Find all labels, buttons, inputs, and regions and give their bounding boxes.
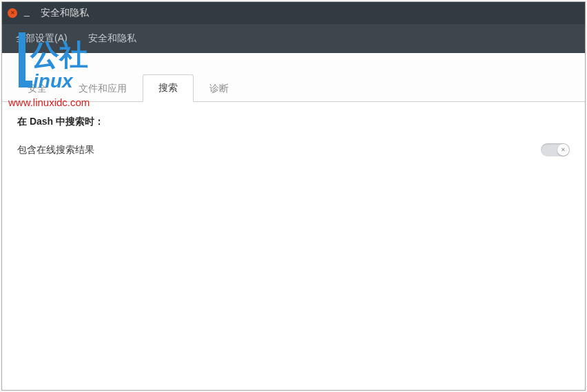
tab-security[interactable]: 安全: [12, 75, 63, 102]
tabs: 安全 文件和应用 搜索 诊断: [2, 53, 585, 102]
tab-content: 在 Dash 中搜索时： 包含在线搜索结果: [2, 102, 585, 390]
section-title: 在 Dash 中搜索时：: [17, 116, 570, 128]
minimize-icon[interactable]: _: [24, 6, 30, 17]
toggle-knob-off-icon: [557, 144, 569, 156]
close-icon[interactable]: [8, 8, 17, 18]
online-results-toggle[interactable]: [541, 143, 570, 156]
breadcrumb: 全部设置(A) 安全和隐私: [2, 24, 585, 53]
tab-files-apps[interactable]: 文件和应用: [63, 75, 143, 102]
breadcrumb-current[interactable]: 安全和隐私: [88, 32, 136, 45]
option-label: 包含在线搜索结果: [17, 144, 94, 156]
breadcrumb-all-settings[interactable]: 全部设置(A): [16, 32, 68, 45]
titlebar: _ 安全和隐私: [2, 2, 585, 24]
settings-window: _ 安全和隐私 全部设置(A) 安全和隐私 安全 文件和应用 搜索 诊断 在 D…: [1, 1, 586, 391]
option-online-results: 包含在线搜索结果: [17, 141, 570, 159]
window-title: 安全和隐私: [41, 7, 89, 19]
tab-search[interactable]: 搜索: [143, 74, 194, 102]
tab-diagnostics[interactable]: 诊断: [194, 75, 245, 102]
